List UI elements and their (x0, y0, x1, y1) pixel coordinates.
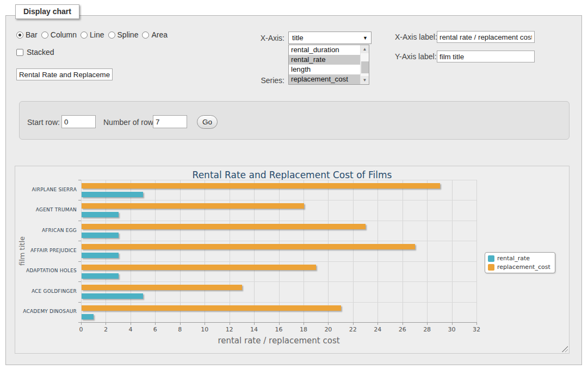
scroll-down-icon[interactable]: ▼ (361, 76, 369, 84)
radio-icon[interactable] (81, 32, 88, 39)
gridline (205, 180, 205, 322)
x-tick-label: 20 (324, 326, 332, 333)
radio-line[interactable]: Line (81, 30, 104, 39)
gridline (403, 180, 403, 322)
gridline (81, 261, 476, 262)
y-axis-label-label: Y-Axis label: (395, 52, 437, 61)
legend-swatch-icon (488, 264, 494, 271)
y-axis-label-input[interactable] (437, 51, 535, 62)
series-option-rental_rate[interactable]: rental_rate (289, 55, 360, 65)
go-button[interactable]: Go (197, 115, 218, 129)
bar-rental_rate (82, 233, 119, 238)
bar-rental_rate (82, 253, 119, 258)
x-tick-label: 22 (349, 326, 357, 333)
radio-column[interactable]: Column (41, 30, 77, 39)
radio-label: Spline (117, 30, 139, 39)
series-select-label: Series: (245, 76, 284, 85)
bar-rental_rate (82, 293, 143, 299)
bar-replacement_cost (82, 183, 440, 189)
series-option-replacement_cost[interactable]: replacement_cost (289, 74, 360, 84)
category-label: ACE GOLDFINGER (15, 289, 77, 294)
y-tick (78, 261, 81, 262)
chart-title-input[interactable] (16, 68, 113, 80)
listbox-scrollbar[interactable]: ▲ ▼ (360, 45, 369, 84)
radio-icon[interactable] (16, 32, 23, 39)
gridline (81, 200, 476, 200)
gridline (81, 180, 82, 322)
gridline (279, 180, 280, 322)
x-axis-select-label: X-Axis: (245, 34, 284, 42)
category-label: AFRICAN EGG (15, 228, 77, 233)
series-listbox[interactable]: rental_durationrental_ratelengthreplacem… (288, 45, 369, 85)
stacked-label: Stacked (27, 48, 54, 57)
x-tick-label: 18 (300, 326, 307, 333)
gridline (476, 180, 477, 322)
gridline (427, 180, 428, 322)
y-tick (78, 241, 81, 241)
x-axis-select[interactable]: title ▼ (288, 32, 372, 44)
x-axis-select-value: title (292, 34, 304, 42)
x-tick-label: 0 (79, 326, 83, 333)
x-tick-label: 10 (201, 326, 208, 333)
bar-replacement_cost (82, 265, 316, 270)
x-tick-label: 30 (448, 326, 456, 333)
radio-icon[interactable] (41, 32, 48, 39)
chevron-down-icon: ▼ (363, 35, 368, 41)
bar-replacement_cost (82, 305, 341, 311)
radio-icon[interactable] (142, 32, 149, 39)
chart-type-radio-group: BarColumnLineSplineArea (16, 30, 168, 39)
bar-replacement_cost (82, 244, 415, 249)
legend-item-replacement_cost[interactable]: replacement_cost (488, 264, 550, 271)
gridline (230, 180, 230, 322)
x-tick-label: 32 (473, 326, 480, 333)
x-tick (476, 322, 477, 325)
x-tick-label: 14 (250, 326, 258, 333)
series-option-rental_duration[interactable]: rental_duration (289, 45, 360, 55)
y-tick (78, 200, 81, 200)
legend-label: replacement_cost (497, 264, 550, 271)
category-label: ACADEMY DINOSAUR (15, 309, 77, 314)
page: Display chart BarColumnLineSplineArea St… (0, 0, 588, 370)
resize-handle-icon[interactable] (561, 346, 568, 352)
series-option-length[interactable]: length (289, 65, 360, 74)
radio-icon[interactable] (108, 32, 115, 39)
stacked-checkbox-row: Stacked (16, 48, 54, 57)
bar-replacement_cost (82, 203, 304, 209)
gridline (452, 180, 453, 322)
gridline (131, 180, 131, 322)
stacked-checkbox[interactable] (16, 49, 23, 56)
radio-label: Area (151, 30, 168, 39)
x-axis-line (81, 322, 476, 323)
gridline (304, 180, 304, 322)
start-row-label: Start row: (27, 118, 60, 127)
radio-bar[interactable]: Bar (16, 30, 38, 39)
legend-swatch-icon (488, 255, 494, 262)
y-tick (78, 221, 81, 221)
y-axis-title: film title (18, 236, 26, 266)
radio-area[interactable]: Area (142, 30, 168, 39)
scrollbar-thumb[interactable] (361, 61, 369, 73)
x-tick-label: 24 (374, 326, 381, 333)
category-label: ADAPTATION HOLES (15, 268, 77, 273)
x-tick-label: 6 (153, 326, 157, 333)
x-tick-label: 8 (178, 326, 182, 333)
x-axis-label-input[interactable] (437, 31, 535, 43)
gridline (81, 241, 476, 241)
chart-legend[interactable]: rental_ratereplacement_cost (485, 252, 555, 273)
series-options: rental_durationrental_ratelengthreplacem… (289, 45, 360, 84)
x-tick-label: 4 (128, 326, 132, 333)
gridline (81, 302, 476, 303)
scroll-up-icon[interactable]: ▲ (361, 45, 369, 53)
gridline (155, 180, 156, 322)
bar-replacement_cost (82, 224, 366, 229)
number-of-rows-input[interactable] (153, 115, 187, 128)
y-tick (78, 302, 81, 303)
bar-rental_rate (82, 314, 94, 319)
radio-spline[interactable]: Spline (108, 30, 139, 39)
legend-item-rental_rate[interactable]: rental_rate (488, 255, 550, 262)
gridline (353, 180, 354, 322)
start-row-input[interactable] (61, 115, 96, 128)
x-axis-label-label: X-Axis label: (395, 33, 437, 41)
x-tick-label: 2 (104, 326, 108, 333)
bar-rental_rate (82, 273, 119, 279)
